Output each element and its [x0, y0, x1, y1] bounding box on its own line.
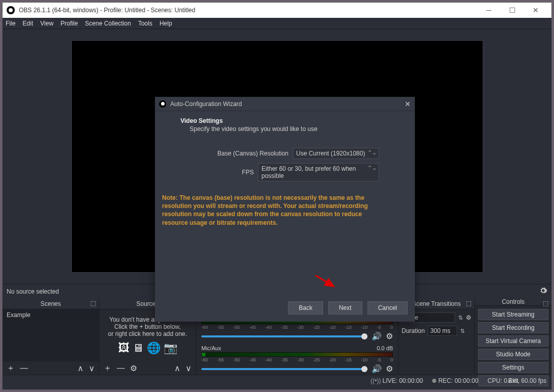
globe-icon: 🌐 [147, 342, 161, 355]
sources-toolbar: ＋ — ⚙ ∧ ∨ [99, 361, 196, 375]
source-up-button[interactable]: ∧ [174, 363, 180, 373]
gear-icon[interactable]: ⚙ [466, 314, 471, 321]
transitions-title: Scene Transitions [412, 300, 461, 307]
window-title: OBS 26.1.1 (64-bit, windows) - Profile: … [19, 7, 195, 14]
cpu-status: CPU: 0.4%, 60.00 fps [488, 377, 546, 384]
titlebar[interactable]: OBS 26.1.1 (64-bit, windows) - Profile: … [3, 3, 551, 18]
controls-title: Controls [502, 298, 525, 305]
resolution-select[interactable]: Use Current (1920x1080)⌃⌄ [293, 148, 379, 159]
close-icon[interactable]: ✕ [405, 100, 411, 108]
gear-icon[interactable]: ⚙ [386, 364, 393, 374]
meter-scale: -60-55-50-45-40-35-30-25-20-15-10-50 [201, 325, 393, 330]
gear-icon[interactable] [539, 286, 547, 296]
meter-scale: -60-55-50-45-40-35-30-25-20-15-10-50 [201, 357, 393, 362]
camera-icon: 📷 [164, 342, 177, 355]
cancel-button[interactable]: Cancel [367, 301, 408, 315]
add-source-button[interactable]: ＋ [103, 363, 112, 374]
dialog-heading: Video Settings [180, 117, 400, 124]
chevron-updown-icon: ⌃⌄ [367, 149, 377, 156]
menu-file[interactable]: File [6, 20, 15, 27]
mixer-label: Mic/Aux [201, 345, 221, 351]
speaker-icon[interactable]: 🔊 [372, 364, 382, 374]
scenes-title: Scenes [40, 300, 61, 307]
sources-empty-l3: or right click here to add one. [108, 330, 187, 337]
settings-button[interactable]: Settings [478, 362, 548, 373]
menu-scene-collection[interactable]: Scene Collection [85, 20, 131, 27]
volume-slider[interactable] [201, 335, 367, 337]
menu-tools[interactable]: Tools [138, 20, 152, 27]
scenes-panel: Scenes⬚ Example ＋ — ∧ ∨ [3, 298, 99, 375]
up-down-icon[interactable]: ⇅ [460, 328, 465, 334]
sources-empty-l2: Click the + button below, [114, 323, 180, 330]
start-virtual-camera-button[interactable]: Start Virtual Camera [478, 335, 548, 347]
dialog-note: Note: The canvas (base) resolution is no… [162, 194, 400, 227]
image-icon: 🖼 [118, 342, 129, 355]
controls-panel: Controls⬚ Start Streaming Start Recordin… [475, 298, 551, 375]
obs-logo-icon [159, 100, 166, 108]
mixer-db: 0.0 dB [377, 345, 393, 351]
volume-slider[interactable] [201, 368, 367, 370]
popout-icon[interactable]: ⬚ [543, 300, 548, 307]
scene-down-button[interactable]: ∨ [89, 363, 95, 373]
studio-mode-button[interactable]: Studio Mode [478, 349, 548, 360]
add-scene-button[interactable]: ＋ [7, 363, 15, 374]
rec-status: REC: 00:00:00 [432, 377, 479, 384]
scene-item[interactable]: Example [3, 309, 99, 321]
menu-help[interactable]: Help [160, 20, 172, 27]
display-icon: 🖥 [133, 342, 144, 355]
minimize-button[interactable]: ─ [477, 3, 500, 18]
menubar: File Edit View Profile Scene Collection … [3, 18, 551, 29]
auto-config-wizard: Auto-Configuration Wizard ✕ Video Settin… [155, 97, 415, 322]
scenes-toolbar: ＋ — ∧ ∨ [3, 361, 99, 375]
statusbar: ((•)) LIVE: 00:00:00 REC: 00:00:00 CPU: … [3, 375, 551, 386]
chevron-updown-icon: ⌃⌄ [367, 165, 377, 171]
dialog-title: Auto-Configuration Wizard [170, 100, 242, 108]
source-props-button[interactable]: ⚙ [130, 363, 137, 373]
back-button[interactable]: Back [288, 301, 323, 315]
dialog-titlebar[interactable]: Auto-Configuration Wizard ✕ [155, 97, 415, 111]
mixer-mic-aux: Mic/Aux0.0 dB -60-55-50-45-40-35-30-25-2… [201, 345, 393, 374]
menu-view[interactable]: View [40, 20, 54, 27]
popout-icon[interactable]: ⬚ [90, 300, 96, 307]
close-button[interactable]: ✕ [524, 3, 547, 18]
fps-label: FPS [242, 169, 254, 176]
gear-icon[interactable]: ⚙ [386, 331, 393, 341]
source-down-button[interactable]: ∨ [186, 363, 192, 373]
maximize-button[interactable]: ☐ [500, 3, 524, 18]
speaker-icon[interactable]: 🔊 [372, 331, 382, 341]
fps-select[interactable]: Either 60 or 30, but prefer 60 when poss… [258, 163, 379, 181]
dialog-subheading: Specify the video settings you would lik… [190, 125, 400, 133]
popout-icon[interactable]: ⬚ [466, 300, 471, 307]
obs-logo-icon [7, 6, 15, 14]
live-status: ((•)) LIVE: 00:00:00 [371, 377, 423, 384]
duration-label: Duration [402, 327, 425, 334]
remove-scene-button[interactable]: — [20, 363, 28, 373]
no-source-text: No source selected [7, 288, 59, 295]
start-recording-button[interactable]: Start Recording [478, 322, 548, 333]
audio-meter [201, 352, 393, 357]
start-streaming-button[interactable]: Start Streaming [478, 309, 548, 320]
remove-source-button[interactable]: — [117, 363, 125, 373]
up-down-icon[interactable]: ⇅ [458, 315, 463, 321]
duration-input[interactable]: 300 ms [428, 326, 457, 336]
next-button[interactable]: Next [328, 301, 362, 315]
scene-list[interactable]: Example [3, 309, 99, 361]
resolution-label: Base (Canvas) Resolution [218, 150, 288, 157]
menu-edit[interactable]: Edit [22, 20, 33, 27]
menu-profile[interactable]: Profile [61, 20, 78, 27]
scene-up-button[interactable]: ∧ [77, 363, 84, 373]
